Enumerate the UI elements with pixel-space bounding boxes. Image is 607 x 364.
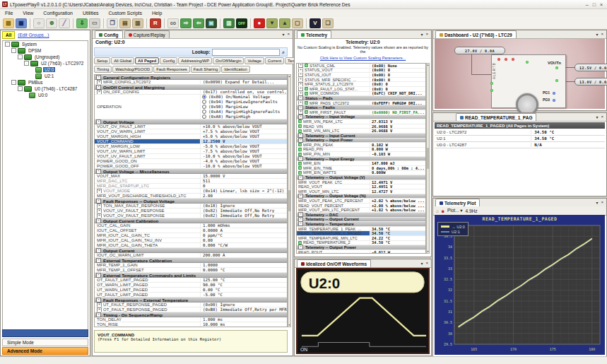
tree-expander-icon[interactable]: - [18, 86, 23, 91]
telemetry-row[interactable]: MFR_TEMPERATURE_MIN_LTC24.22 °C [297, 236, 425, 241]
verify-icon[interactable]: V [310, 18, 321, 28]
telemetry-row[interactable]: +STATUS_MFR_SPECIFIC_...(0x00) 0 [297, 78, 425, 83]
collapse-icon[interactable]: - [96, 218, 101, 223]
register-row[interactable]: +TON_MAX_FAULT_RESPONSE(0x18) Ignore [95, 204, 287, 209]
panel-close-icon[interactable]: × [601, 115, 603, 119]
subtab-fault-responses[interactable]: Fault Responses [153, 66, 190, 73]
register-row[interactable]: IOUT_CAL_OFFSET0.0000 A [95, 228, 287, 233]
clipboard-icon[interactable]: ▥ [132, 18, 143, 28]
tree-item-u2-1[interactable]: U2:1 [3, 73, 88, 79]
expand-icon[interactable]: + [97, 189, 102, 193]
tab-telemetry-plot[interactable]: Telemetry Plot [435, 199, 480, 206]
panel-menu-icon[interactable]: ▾ [420, 32, 423, 37]
collapse-icon[interactable]: - [298, 156, 303, 161]
save-project-icon[interactable]: ▦ [16, 18, 27, 28]
collapse-icon[interactable]: - [298, 105, 303, 110]
subtab-setup[interactable]: Setup [94, 57, 110, 64]
register-row[interactable]: VOUT_UV_FAULT_LIMIT-10.0 % above/below V… [95, 154, 287, 159]
panel-menu-icon[interactable]: ▾ [596, 200, 598, 205]
tree-item-u2-0[interactable]: U2:0 [3, 66, 88, 73]
panel-close-icon[interactable]: × [601, 32, 603, 37]
tab-read-temperature[interactable]: READ_TEMPERATURE_1_PAG [456, 113, 536, 121]
collapse-icon[interactable]: - [96, 85, 101, 90]
collapse-icon[interactable]: - [96, 298, 101, 303]
radio-icon[interactable] [202, 100, 206, 104]
register-row[interactable]: OT_FAULT_LIMIT_PAGED125.00 °C [95, 278, 287, 283]
copy-icon[interactable]: ❐ [107, 18, 118, 28]
menu-file[interactable]: File [0, 9, 18, 17]
collapse-icon[interactable]: - [96, 273, 101, 278]
telemetry-scrollbar[interactable]: ▲▼ [426, 63, 430, 254]
expand-icon[interactable]: + [97, 303, 102, 307]
write-ram-icon[interactable]: ⇨ [180, 18, 191, 28]
expand-icon[interactable]: + [97, 209, 102, 213]
register-row-operation[interactable]: OPERATION(0x80) On/Nominal Voltage(0x94)… [95, 95, 287, 119]
all-groups-tab[interactable]: All [2, 31, 15, 39]
register-row[interactable]: MFR_TEMP_1_GAIN1.0000 [95, 263, 287, 268]
panel-menu-icon[interactable]: ▾ [596, 115, 598, 119]
tree-item-system[interactable]: -System [3, 41, 88, 47]
menu-configuration[interactable]: Configuration [38, 9, 78, 17]
register-row[interactable]: +ON_OFF_CONFIG(0x17) controlled_on, use_… [95, 90, 287, 95]
subtab-addressing-wp[interactable]: Addressing/WP [178, 57, 212, 64]
tab-config[interactable]: Config [95, 30, 123, 38]
register-row[interactable]: MFR_DAC_STARTUP_LTC0 [95, 184, 287, 189]
edit-groups-link[interactable]: (Edit Groups...) [18, 33, 49, 37]
tree-item-u0-7-h46-ltc4287[interactable]: -U0 (7'h46) - LTC4287 [3, 86, 88, 92]
telemetry-row[interactable]: MFR_VOUT_PEAK_LTC_PERCENT+2.02 % above/b… [297, 199, 425, 204]
telemetry-row[interactable]: READ_POUT-0.012 W [297, 250, 425, 254]
subtab-voltage[interactable]: Voltage [244, 57, 264, 64]
register-row[interactable]: TON_RISE10.000 ms [95, 322, 287, 327]
custom-scaling-link[interactable]: Click Here to View Custom Scaling Parame… [320, 56, 406, 60]
radio-icon[interactable] [202, 115, 206, 119]
menu-utilities[interactable]: Utilities [78, 9, 104, 17]
tree-expander-icon[interactable]: - [24, 61, 29, 66]
register-row[interactable]: VOUT_OV_WARN_LIMIT+7.5 % above/below VOU… [95, 129, 287, 134]
plot-menu-button[interactable]: Plot... ▾ [447, 208, 463, 213]
menu-view[interactable]: View [18, 9, 38, 17]
telemetry-row[interactable]: GREAD_PIN0.000 W [297, 148, 425, 153]
collapse-icon[interactable]: - [298, 194, 303, 199]
subtab-watchdog-pgood[interactable]: Watchdog/PGOOD [112, 66, 153, 73]
panel-menu-icon[interactable]: ▾ [282, 32, 284, 37]
expand-icon[interactable]: + [298, 73, 303, 77]
config-scrollbar[interactable]: ▲▼ [288, 74, 291, 327]
subtab-all-global[interactable]: All Global [111, 57, 134, 64]
stop-icon[interactable]: ■ [442, 209, 444, 213]
collapse-icon[interactable]: - [96, 199, 101, 204]
subtab-identification[interactable]: Identification [221, 66, 250, 73]
tab-waveforms[interactable]: Idealized On/Off Waveforms [297, 259, 371, 267]
telemetry-row[interactable]: GMFR_VIN_PEAK_LTC27.0313 V [297, 119, 425, 124]
operation-option[interactable]: (0x98) MarginLow [201, 105, 287, 110]
paste-icon[interactable]: ▤ [119, 18, 131, 28]
register-row[interactable]: VOUT_COMMAND12.2500 V [95, 139, 287, 144]
collapse-icon[interactable]: - [298, 245, 303, 249]
expand-icon[interactable]: + [298, 92, 303, 96]
register-row[interactable]: +VOUT_UV_FAULT_RESPONSE(0x82) Immediate … [95, 209, 287, 213]
tab-telemetry[interactable]: Telemetry [297, 30, 331, 38]
register-row[interactable]: VOUT_UV_WARN_LIMIT-7.5 % above/below VOU… [95, 149, 287, 154]
tree-expander-icon[interactable]: - [18, 54, 23, 59]
tab-capture-replay[interactable]: Capture/Replay [124, 30, 170, 38]
tab-dashboard[interactable]: Dashboard - U2 (7'h63) - LTC29 [435, 30, 517, 38]
group-icon[interactable]: ❏ [322, 18, 334, 28]
expand-icon[interactable]: + [298, 78, 303, 82]
reset-icon[interactable]: ● [254, 18, 265, 28]
tree-item-u2-7-h63-ltc2972[interactable]: -U2 (7'h63) - LTC2972 [3, 60, 88, 66]
dark-chip-icon[interactable]: ▣ [206, 18, 217, 28]
telemetry-row[interactable]: READ_VOUT12.4951 V [297, 184, 425, 189]
tree-item-u0-0[interactable]: U0:0 [3, 92, 88, 98]
import-package-icon[interactable]: ⇩ [76, 18, 88, 28]
tree-expander-icon[interactable]: - [5, 42, 10, 47]
register-row[interactable]: TON_DELAY1.000 ms [95, 317, 287, 322]
telemetry-row[interactable]: GMFR_EIN147.000 mJ [297, 161, 425, 166]
restore-nvm-icon[interactable]: ▲ [279, 18, 290, 28]
panel-close-icon[interactable]: × [425, 261, 428, 266]
open-project-icon[interactable]: ▨ [3, 18, 14, 28]
tree-expander-icon[interactable]: - [11, 80, 16, 85]
telemetry-row[interactable]: MFR_VOUT_PEAK_LTC12.4971 V [297, 180, 425, 185]
subtab-current[interactable]: Current [265, 57, 284, 64]
collapse-icon[interactable]: - [96, 169, 101, 174]
simple-mode-button[interactable]: Simple Mode [2, 339, 88, 346]
register-row[interactable]: VOUT_MAX15.0000 V [95, 174, 287, 179]
